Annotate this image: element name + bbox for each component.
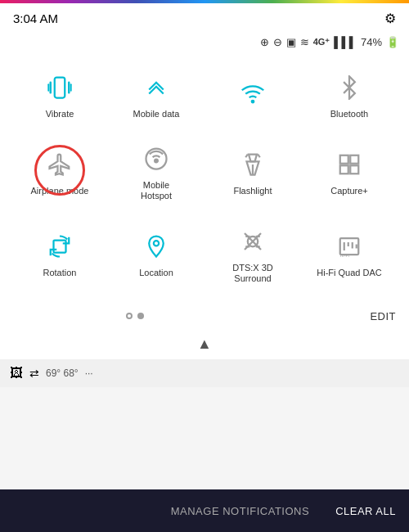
pagination-row: EDIT (0, 304, 409, 329)
svg-rect-13 (350, 165, 358, 174)
wifi-icon (235, 75, 271, 111)
svg-line-8 (245, 154, 248, 157)
qs-item-mobile-data[interactable]: Mobile data (110, 61, 203, 126)
hotspot-label: MobileHotspot (141, 180, 172, 201)
location-icon (138, 228, 174, 264)
svg-point-6 (155, 160, 158, 163)
status-icons-row: ⊕ ⊖ ▣ ≋ 4G⁺ ▌▌▌ 74% 🔋 (0, 33, 409, 52)
airplane-icon (42, 147, 78, 183)
dts-label: DTS:X 3DSurround (232, 263, 273, 284)
bottom-bar: MANAGE NOTIFICATIONS CLEAR ALL (0, 489, 409, 532)
hifi-label: Hi-Fi Quad DAC (317, 268, 381, 278)
airplane-label: Airplane mode (31, 186, 89, 196)
signal-bars-icon: ▌▌▌ (334, 36, 357, 48)
svg-rect-0 (55, 78, 65, 98)
brightness-down-icon: ⊖ (273, 36, 282, 48)
svg-rect-10 (340, 156, 348, 164)
capture-label: Capture+ (330, 186, 368, 196)
qs-item-location[interactable]: Location (110, 215, 203, 291)
svg-text:HI-FI: HI-FI (340, 253, 349, 258)
qs-item-capture[interactable]: Capture+ (303, 133, 396, 208)
qs-item-airplane[interactable]: Airplane mode (13, 133, 106, 208)
svg-line-9 (258, 154, 260, 157)
mobile-data-label: Mobile data (133, 109, 180, 119)
battery-text: 74% (361, 36, 382, 48)
svg-point-15 (154, 241, 159, 246)
hifi-icon: HI-FI (331, 228, 367, 264)
image-icon: 🖼 (10, 366, 23, 381)
notification-area: 🖼 ⇄ 69° 68° ··· (0, 359, 409, 387)
dts-icon (235, 223, 271, 259)
hotspot-icon (138, 141, 174, 177)
flashlight-label: Flashlight (233, 186, 272, 196)
qs-item-flashlight[interactable]: Flashlight (206, 133, 299, 208)
page-dots (126, 313, 144, 319)
mobile-data-icon (138, 70, 174, 106)
status-bar: 3:04 AM ⚙ (0, 3, 409, 33)
svg-rect-11 (350, 156, 358, 164)
dot-2[interactable] (137, 313, 144, 319)
temperature-display: 69° 68° (46, 367, 79, 379)
brightness-up-icon: ⊕ (260, 36, 269, 48)
bluetooth-icon (331, 70, 367, 106)
sync-icon: ⇄ (29, 367, 39, 380)
qs-item-vibrate[interactable]: Vibrate (13, 61, 106, 126)
quick-settings-panel: Vibrate Mobile data (0, 52, 409, 304)
rotation-label: Rotation (43, 268, 77, 278)
dot-1[interactable] (126, 313, 133, 319)
location-label: Location (139, 268, 173, 278)
qs-item-hotspot[interactable]: MobileHotspot (110, 133, 203, 208)
battery-icon: 🔋 (386, 36, 399, 48)
svg-point-5 (252, 100, 254, 102)
wifi-signal-icon: ≋ (300, 36, 309, 48)
bluetooth-label: Bluetooth (330, 109, 368, 119)
status-time: 3:04 AM (13, 11, 58, 25)
flashlight-icon (235, 147, 271, 183)
rotation-icon (42, 228, 78, 264)
qs-item-rotation[interactable]: Rotation (13, 215, 106, 291)
qs-item-wifi[interactable] (206, 61, 299, 126)
capture-icon (331, 147, 367, 183)
svg-rect-14 (54, 241, 66, 253)
network-type-icon: 4G⁺ (313, 37, 330, 47)
qs-item-bluetooth[interactable]: Bluetooth (303, 61, 396, 126)
qs-item-hifi[interactable]: HI-FI Hi-Fi Quad DAC (303, 215, 396, 291)
battery-saver-icon: ▣ (286, 36, 296, 48)
qs-grid: Vibrate Mobile data (13, 61, 396, 291)
gear-icon[interactable]: ⚙ (384, 11, 396, 26)
manage-notifications-button[interactable]: MANAGE NOTIFICATIONS (171, 505, 309, 517)
vibrate-label: Vibrate (46, 109, 74, 119)
collapse-row[interactable]: ▲ (0, 329, 409, 359)
vibrate-icon (42, 70, 78, 106)
collapse-icon: ▲ (197, 336, 212, 353)
qs-item-dts[interactable]: DTS:X 3DSurround (206, 215, 299, 291)
more-indicator: ··· (85, 367, 93, 379)
clear-all-button[interactable]: CLEAR ALL (335, 505, 396, 517)
edit-button[interactable]: EDIT (370, 310, 396, 322)
svg-rect-12 (340, 165, 348, 174)
